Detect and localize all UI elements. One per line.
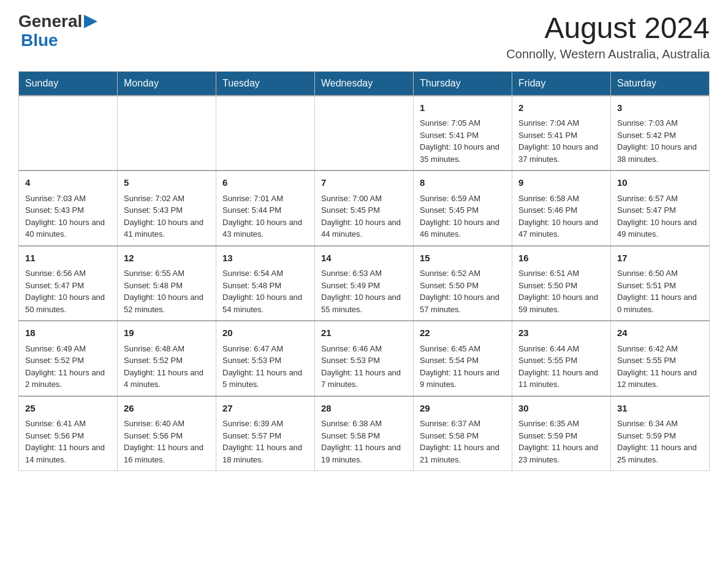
day-number: 6 [222,176,308,190]
svg-marker-0 [84,15,97,28]
sunrise-text: Sunrise: 7:00 AM [321,193,407,205]
daylight-text: Daylight: 10 hours and 54 minutes. [222,291,308,315]
calendar-cell: 12Sunrise: 6:55 AMSunset: 5:48 PMDayligh… [118,246,216,321]
sunset-text: Sunset: 5:59 PM [518,430,604,442]
sunrise-text: Sunrise: 6:49 AM [25,343,111,355]
daylight-text: Daylight: 10 hours and 59 minutes. [518,291,604,315]
daylight-text: Daylight: 11 hours and 5 minutes. [222,367,308,391]
calendar-cell: 30Sunrise: 6:35 AMSunset: 5:59 PMDayligh… [512,396,611,471]
daylight-text: Daylight: 11 hours and 14 minutes. [25,442,111,465]
sunrise-text: Sunrise: 7:03 AM [25,193,111,205]
sunset-text: Sunset: 5:45 PM [420,204,506,216]
sunset-text: Sunset: 5:41 PM [518,129,604,142]
daylight-text: Daylight: 10 hours and 55 minutes. [321,291,407,315]
day-number: 7 [321,176,407,190]
title-block: August 2024 Connolly, Western Australia,… [506,12,710,61]
sunset-text: Sunset: 5:54 PM [420,354,506,367]
sunrise-text: Sunrise: 6:42 AM [617,343,703,355]
calendar-cell: 31Sunrise: 6:34 AMSunset: 5:59 PMDayligh… [611,396,710,471]
sunrise-text: Sunrise: 6:56 AM [25,267,111,280]
calendar-cell: 21Sunrise: 6:46 AMSunset: 5:53 PMDayligh… [315,321,414,396]
sunset-text: Sunset: 5:52 PM [124,354,210,367]
calendar-cell: 26Sunrise: 6:40 AMSunset: 5:56 PMDayligh… [118,396,216,471]
sunset-text: Sunset: 5:45 PM [321,204,407,216]
sunrise-text: Sunrise: 6:53 AM [321,267,407,280]
logo-arrow-icon [84,15,97,28]
calendar-week-row: 4Sunrise: 7:03 AMSunset: 5:43 PMDaylight… [19,170,710,246]
sunset-text: Sunset: 5:42 PM [617,129,703,142]
day-number: 19 [124,326,210,340]
sunset-text: Sunset: 5:50 PM [518,280,604,292]
location-subtitle: Connolly, Western Australia, Australia [506,47,710,61]
daylight-text: Daylight: 11 hours and 25 minutes. [617,442,703,465]
calendar-week-row: 25Sunrise: 6:41 AMSunset: 5:56 PMDayligh… [19,396,710,471]
daylight-text: Daylight: 11 hours and 11 minutes. [518,367,604,391]
daylight-text: Daylight: 11 hours and 12 minutes. [617,367,703,391]
sunrise-text: Sunrise: 6:59 AM [420,193,506,205]
day-number: 8 [420,176,506,190]
sunset-text: Sunset: 5:53 PM [222,354,308,367]
day-number: 27 [222,402,308,416]
sunrise-text: Sunrise: 7:04 AM [518,117,604,129]
daylight-text: Daylight: 11 hours and 16 minutes. [124,442,210,465]
calendar-cell: 23Sunrise: 6:44 AMSunset: 5:55 PMDayligh… [512,321,611,396]
calendar-cell: 19Sunrise: 6:48 AMSunset: 5:52 PMDayligh… [118,321,216,396]
calendar-cell: 2Sunrise: 7:04 AMSunset: 5:41 PMDaylight… [512,96,611,171]
daylight-text: Daylight: 11 hours and 21 minutes. [420,442,506,465]
day-number: 1 [420,101,506,115]
sunrise-text: Sunrise: 6:52 AM [420,267,506,280]
daylight-text: Daylight: 10 hours and 57 minutes. [420,291,506,315]
sunset-text: Sunset: 5:48 PM [222,280,308,292]
sunrise-text: Sunrise: 6:37 AM [420,418,506,430]
daylight-text: Daylight: 11 hours and 2 minutes. [25,367,111,391]
sunset-text: Sunset: 5:59 PM [617,430,703,442]
day-number: 24 [617,326,703,340]
day-number: 23 [518,326,604,340]
calendar-cell: 24Sunrise: 6:42 AMSunset: 5:55 PMDayligh… [611,321,710,396]
day-number: 2 [518,101,604,115]
day-number: 16 [518,251,604,266]
calendar-cell: 29Sunrise: 6:37 AMSunset: 5:58 PMDayligh… [414,396,512,471]
calendar-cell: 10Sunrise: 6:57 AMSunset: 5:47 PMDayligh… [611,170,710,246]
calendar-cell: 9Sunrise: 6:58 AMSunset: 5:46 PMDaylight… [512,170,611,246]
calendar-cell: 18Sunrise: 6:49 AMSunset: 5:52 PMDayligh… [19,321,118,396]
day-number: 18 [25,326,111,340]
calendar-cell: 1Sunrise: 7:05 AMSunset: 5:41 PMDaylight… [414,96,512,171]
sunset-text: Sunset: 5:56 PM [25,430,111,442]
daylight-text: Daylight: 11 hours and 7 minutes. [321,367,407,391]
daylight-text: Daylight: 10 hours and 37 minutes. [518,141,604,165]
day-number: 22 [420,326,506,340]
calendar-cell: 8Sunrise: 6:59 AMSunset: 5:45 PMDaylight… [414,170,512,246]
sunset-text: Sunset: 5:47 PM [617,204,703,216]
page-header: General Blue August 2024 Connolly, Weste… [18,12,710,61]
daylight-text: Daylight: 10 hours and 40 minutes. [25,216,111,240]
sunset-text: Sunset: 5:53 PM [321,354,407,367]
calendar-cell: 5Sunrise: 7:02 AMSunset: 5:43 PMDaylight… [118,170,216,246]
daylight-text: Daylight: 11 hours and 18 minutes. [222,442,308,465]
sunset-text: Sunset: 5:43 PM [25,204,111,216]
sunset-text: Sunset: 5:44 PM [222,204,308,216]
sunrise-text: Sunrise: 7:03 AM [617,117,703,129]
sunrise-text: Sunrise: 6:54 AM [222,267,308,280]
sunset-text: Sunset: 5:47 PM [25,280,111,292]
sunrise-text: Sunrise: 6:50 AM [617,267,703,280]
sunset-text: Sunset: 5:58 PM [321,430,407,442]
calendar-cell: 13Sunrise: 6:54 AMSunset: 5:48 PMDayligh… [216,246,315,321]
sunrise-text: Sunrise: 7:01 AM [222,193,308,205]
sunrise-text: Sunrise: 6:55 AM [124,267,210,280]
daylight-text: Daylight: 11 hours and 0 minutes. [617,291,703,315]
calendar-cell: 7Sunrise: 7:00 AMSunset: 5:45 PMDaylight… [315,170,414,246]
calendar-cell: 4Sunrise: 7:03 AMSunset: 5:43 PMDaylight… [19,170,118,246]
sunset-text: Sunset: 5:50 PM [420,280,506,292]
calendar-cell: 14Sunrise: 6:53 AMSunset: 5:49 PMDayligh… [315,246,414,321]
sunset-text: Sunset: 5:52 PM [25,354,111,367]
calendar-day-header: Friday [512,71,611,96]
sunset-text: Sunset: 5:51 PM [617,280,703,292]
calendar-table: SundayMondayTuesdayWednesdayThursdayFrid… [18,71,710,472]
day-number: 12 [124,251,210,266]
sunrise-text: Sunrise: 6:34 AM [617,418,703,430]
calendar-day-header: Wednesday [315,71,414,96]
day-number: 9 [518,176,604,190]
sunset-text: Sunset: 5:43 PM [124,204,210,216]
calendar-header-row: SundayMondayTuesdayWednesdayThursdayFrid… [19,71,710,96]
